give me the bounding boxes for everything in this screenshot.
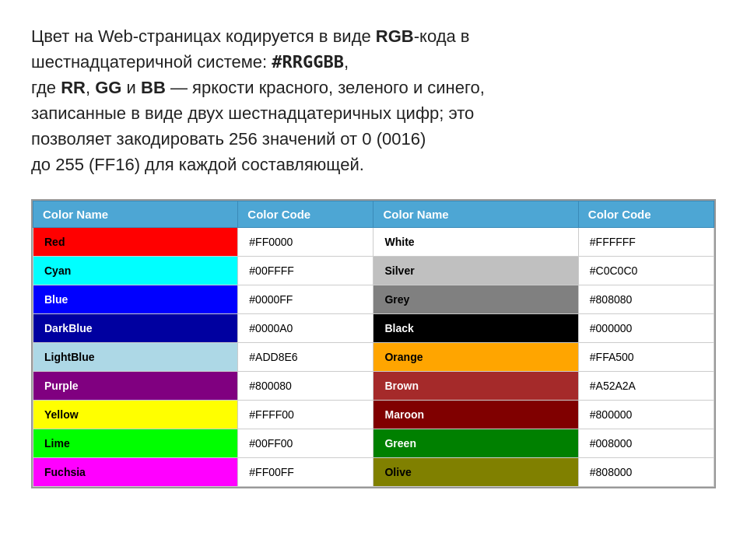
right-color-code-cell: #000000 — [578, 314, 714, 343]
table-row: Yellow#FFFF00Maroon#800000 — [33, 401, 714, 429]
left-color-name-cell: Cyan — [33, 257, 238, 285]
left-color-name-cell: DarkBlue — [33, 314, 238, 343]
intro-line3: где RR, GG и BB — яркости красного, зеле… — [31, 78, 485, 97]
rr-bold: RR — [61, 78, 86, 97]
table-row: Lime#00FF00Green#008000 — [33, 429, 714, 458]
right-color-name-cell: Silver — [374, 257, 578, 285]
left-color-code-cell: #00FF00 — [238, 429, 374, 458]
left-color-code-cell: #0000FF — [238, 285, 374, 314]
left-color-name-cell: Lime — [33, 429, 238, 458]
right-color-code-cell: #C0C0C0 — [578, 257, 714, 285]
left-color-code-cell: #FF00FF — [238, 458, 374, 487]
right-color-code-cell: #800000 — [578, 401, 714, 429]
left-color-code-cell: #800080 — [238, 372, 374, 401]
left-color-code-cell: #FFFF00 — [238, 401, 374, 429]
color-table: Color Name Color Code Color Name Color C… — [33, 201, 714, 487]
table-header-row: Color Name Color Code Color Name Color C… — [33, 201, 714, 228]
left-color-name-cell: Red — [33, 228, 238, 257]
left-color-code-cell: #FF0000 — [238, 228, 374, 257]
header-col1: Color Name — [33, 201, 238, 228]
intro-paragraph: Цвет на Web-страницах кодируется в виде … — [31, 23, 716, 177]
right-color-code-cell: #FFA500 — [578, 343, 714, 372]
table-row: Red#FF0000White#FFFFFF — [33, 228, 714, 257]
left-color-name-cell: LightBlue — [33, 343, 238, 372]
left-color-name-cell: Blue — [33, 285, 238, 314]
right-color-name-cell: Orange — [374, 343, 578, 372]
table-row: LightBlue#ADD8E6Orange#FFA500 — [33, 343, 714, 372]
right-color-name-cell: Olive — [374, 458, 578, 487]
right-color-name-cell: Black — [374, 314, 578, 343]
bb-bold: BB — [141, 78, 166, 97]
intro-line6: до 255 (FF16) для каждой составляющей. — [31, 155, 364, 174]
left-color-name-cell: Yellow — [33, 401, 238, 429]
right-color-code-cell: #808000 — [578, 458, 714, 487]
left-color-code-cell: #00FFFF — [238, 257, 374, 285]
right-color-name-cell: White — [374, 228, 578, 257]
color-table-wrapper: Color Name Color Code Color Name Color C… — [31, 199, 716, 488]
left-color-code-cell: #ADD8E6 — [238, 343, 374, 372]
table-row: Cyan#00FFFFSilver#C0C0C0 — [33, 257, 714, 285]
gg-bold: GG — [95, 78, 121, 97]
left-color-code-cell: #0000A0 — [238, 314, 374, 343]
rgb-bold: RGB — [376, 26, 414, 46]
right-color-code-cell: #FFFFFF — [578, 228, 714, 257]
header-col2: Color Code — [238, 201, 374, 228]
intro-line2: шестнадцатеричной системе: #RRGGBB, — [31, 52, 349, 72]
table-row: Blue#0000FFGrey#808080 — [33, 285, 714, 314]
header-col3: Color Name — [374, 201, 578, 228]
right-color-code-cell: #A52A2A — [578, 372, 714, 401]
table-row: Fuchsia#FF00FFOlive#808000 — [33, 458, 714, 487]
right-color-name-cell: Maroon — [374, 401, 578, 429]
table-row: DarkBlue#0000A0Black#000000 — [33, 314, 714, 343]
header-col4: Color Code — [578, 201, 714, 228]
table-row: Purple#800080Brown#A52A2A — [33, 372, 714, 401]
right-color-code-cell: #808080 — [578, 285, 714, 314]
intro-line5: позволяет закодировать 256 значений от 0… — [31, 129, 426, 149]
right-color-name-cell: Grey — [374, 285, 578, 314]
right-color-name-cell: Green — [374, 429, 578, 458]
right-color-code-cell: #008000 — [578, 429, 714, 458]
intro-line4: записанные в виде двух шестнадцатеричных… — [31, 103, 474, 123]
right-color-name-cell: Brown — [374, 372, 578, 401]
hash-bold: #RRGGBB — [272, 52, 344, 72]
left-color-name-cell: Fuchsia — [33, 458, 238, 487]
intro-line1: Цвет на Web-страницах кодируется в виде … — [31, 26, 470, 46]
left-color-name-cell: Purple — [33, 372, 238, 401]
